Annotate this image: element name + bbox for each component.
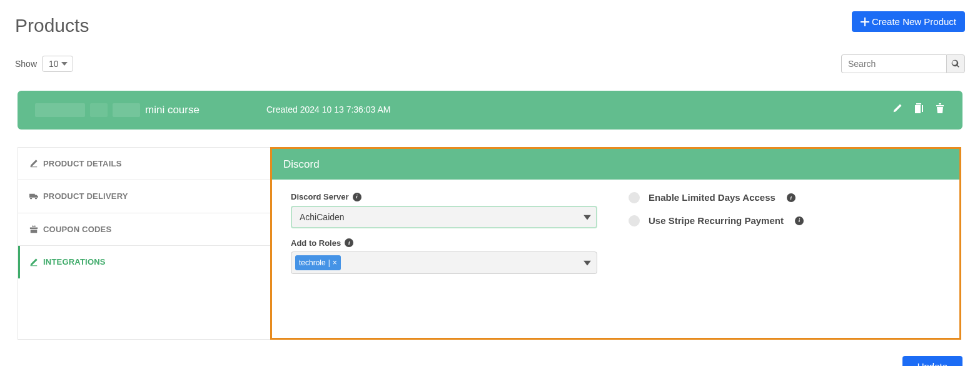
sidebar-item-integrations[interactable]: INTEGRATIONS [18,246,270,278]
info-icon[interactable]: i [345,238,353,247]
add-roles-label: Add to Roles [291,237,341,250]
search-icon [951,59,960,68]
discord-panel: Discord Discord Server i AchiCaiden [270,147,961,340]
panel-title: Discord [272,149,959,180]
product-created-text: Created 2024 10 13 7:36:03 AM [266,103,892,116]
role-pill-label: techrole [299,257,326,268]
product-title-suffix: mini course [145,102,200,118]
plus-icon [861,18,869,26]
copy-icon [914,103,924,113]
gift-icon [29,225,38,233]
sidebar-item-label: PRODUCT DETAILS [43,158,122,170]
sidebar: PRODUCT DETAILS PRODUCT DELIVERY COUPON … [18,147,270,340]
masked-text [113,103,140,117]
update-button[interactable]: Update [902,356,962,366]
product-card[interactable]: mini course Created 2024 10 13 7:36:03 A… [18,91,962,130]
info-icon[interactable]: i [795,216,804,225]
search-group [841,54,965,73]
sidebar-item-label: COUPON CODES [43,223,111,236]
roles-select[interactable]: techrole | × [291,252,597,274]
page-title: Products [15,11,89,39]
discord-server-select[interactable]: AchiCaiden [291,206,597,228]
stripe-recurring-toggle[interactable] [629,215,640,226]
info-icon[interactable]: i [787,193,796,202]
show-label: Show [15,58,37,71]
sidebar-item-product-details[interactable]: PRODUCT DETAILS [18,148,270,181]
delete-product-button[interactable] [935,103,945,117]
info-icon[interactable]: i [353,193,361,201]
pencil-icon [892,103,902,113]
show-select[interactable]: 10 [42,56,73,72]
limited-access-label: Enable Limited Days Access [649,191,775,205]
limited-access-toggle[interactable] [629,192,640,203]
remove-role-button[interactable]: × [333,257,337,268]
edit-product-button[interactable] [892,103,902,117]
sidebar-item-label: INTEGRATIONS [43,256,106,268]
truck-icon [29,192,38,201]
sidebar-item-coupon-codes[interactable]: COUPON CODES [18,213,270,247]
discord-server-label: Discord Server [291,191,349,203]
edit-icon [29,159,38,168]
stripe-recurring-label: Use Stripe Recurring Payment [649,214,784,228]
create-product-label: Create New Product [872,16,956,27]
trash-icon [935,103,945,113]
show-group: Show 10 [15,56,73,72]
edit-icon [29,258,38,267]
sidebar-item-label: PRODUCT DELIVERY [43,190,128,203]
role-pill: techrole | × [295,255,341,270]
masked-text [35,103,85,117]
masked-text [90,103,108,117]
search-input[interactable] [841,54,946,73]
search-button[interactable] [946,54,965,73]
sidebar-item-product-delivery[interactable]: PRODUCT DELIVERY [18,180,270,213]
create-product-button[interactable]: Create New Product [852,11,965,32]
duplicate-product-button[interactable] [914,103,924,117]
role-separator: | [327,257,331,268]
